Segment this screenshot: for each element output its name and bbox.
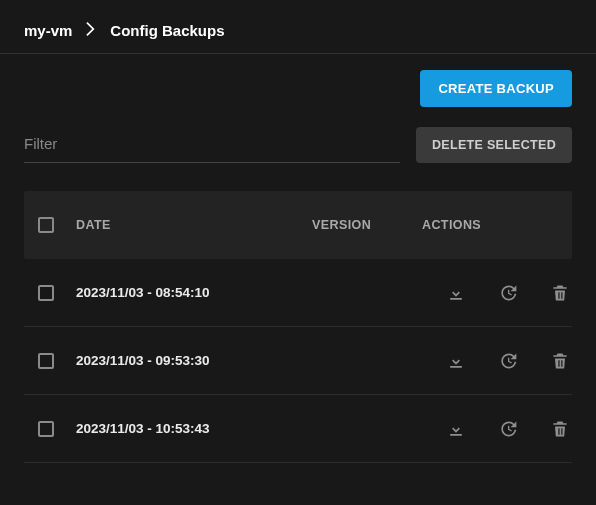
download-icon[interactable]	[442, 279, 470, 307]
delete-selected-button[interactable]: DELETE SELECTED	[416, 127, 572, 163]
trash-icon[interactable]	[546, 279, 574, 307]
table-row: 2023/11/03 - 08:54:10	[24, 259, 572, 327]
table-header: DATE VERSION ACTIONS	[24, 191, 572, 259]
select-all-checkbox[interactable]	[38, 217, 54, 233]
breadcrumb-current: Config Backups	[110, 22, 224, 39]
row-date: 2023/11/03 - 09:53:30	[68, 353, 312, 368]
chevron-right-icon	[86, 22, 96, 39]
row-checkbox[interactable]	[38, 285, 54, 301]
breadcrumb: my-vm Config Backups	[0, 0, 596, 54]
filter-row: DELETE SELECTED	[0, 127, 596, 191]
filter-input[interactable]	[24, 129, 400, 163]
row-checkbox[interactable]	[38, 421, 54, 437]
column-header-version: VERSION	[312, 218, 422, 232]
table-row: 2023/11/03 - 09:53:30	[24, 327, 572, 395]
breadcrumb-root[interactable]: my-vm	[24, 22, 72, 39]
trash-icon[interactable]	[546, 347, 574, 375]
create-backup-button[interactable]: CREATE BACKUP	[420, 70, 572, 107]
backup-table: DATE VERSION ACTIONS 2023/11/03 - 08:54:…	[0, 191, 596, 463]
trash-icon[interactable]	[546, 415, 574, 443]
restore-icon[interactable]	[494, 415, 522, 443]
download-icon[interactable]	[442, 415, 470, 443]
column-header-actions: ACTIONS	[422, 218, 572, 232]
row-date: 2023/11/03 - 08:54:10	[68, 285, 312, 300]
restore-icon[interactable]	[494, 279, 522, 307]
row-actions	[422, 415, 572, 443]
row-actions	[422, 279, 572, 307]
row-actions	[422, 347, 572, 375]
top-actions: CREATE BACKUP	[0, 54, 596, 127]
download-icon[interactable]	[442, 347, 470, 375]
table-row: 2023/11/03 - 10:53:43	[24, 395, 572, 463]
row-checkbox[interactable]	[38, 353, 54, 369]
restore-icon[interactable]	[494, 347, 522, 375]
row-date: 2023/11/03 - 10:53:43	[68, 421, 312, 436]
column-header-date: DATE	[68, 218, 312, 232]
